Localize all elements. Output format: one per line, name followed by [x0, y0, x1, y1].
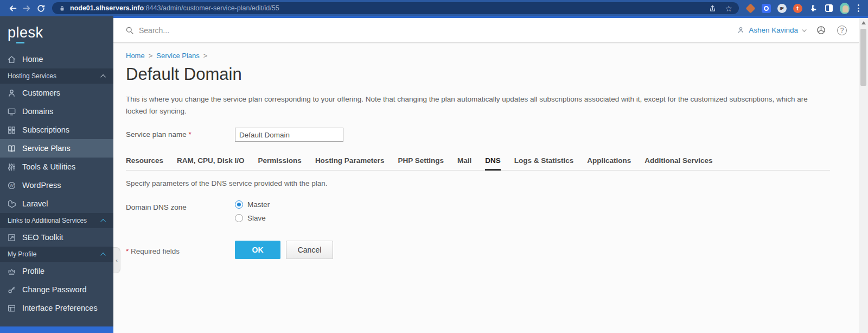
service-plans-icon — [7, 144, 16, 153]
help-icon[interactable]: ? — [837, 26, 847, 35]
browser-forward-button[interactable] — [20, 1, 34, 15]
sidebar-item-interface-preferences[interactable]: Interface Preferences — [0, 299, 113, 317]
tab-additional-services[interactable]: Additional Services — [644, 156, 712, 170]
user-icon — [737, 26, 745, 34]
plan-name-input[interactable] — [235, 128, 343, 142]
key-icon — [7, 285, 16, 294]
sidebar-item-subscriptions[interactable]: Subscriptions — [0, 121, 113, 139]
tools-utilities-icon — [7, 162, 16, 172]
browser-profile-avatar[interactable] — [840, 3, 850, 13]
address-bar[interactable]: node01.slhservers.info:8443/admin/custom… — [52, 2, 739, 14]
radio-unselected-icon[interactable] — [235, 214, 243, 222]
sidebar-item-laravel[interactable]: Laravel — [0, 194, 113, 213]
tab-ram-cpu-disk[interactable]: RAM, CPU, Disk I/O — [177, 156, 245, 170]
sidebar-section-hosting-services[interactable]: Hosting Services — [0, 68, 113, 84]
page-title: Default Domain — [126, 65, 830, 84]
dns-zone-radio-group: Master Slave — [235, 200, 270, 228]
breadcrumb: Home > Service Plans > — [126, 52, 830, 60]
extension-t-icon[interactable]: t — [793, 3, 802, 13]
tab-resources[interactable]: Resources — [126, 156, 163, 170]
chevron-up-icon — [100, 218, 106, 224]
required-asterisk: * — [189, 130, 192, 139]
sidebar-item-change-password[interactable]: Change Password — [0, 280, 113, 299]
topbar: Ashen Kavinda ? — [113, 18, 859, 43]
tab-bar: Resources RAM, CPU, Disk I/O Permissions… — [126, 156, 830, 171]
home-icon — [7, 55, 16, 64]
search-icon — [125, 26, 134, 35]
page-description: This is where you change the service pla… — [126, 93, 830, 117]
domains-icon — [7, 107, 16, 116]
required-asterisk: * — [126, 247, 129, 255]
sidebar-item-customers[interactable]: Customers — [0, 84, 113, 102]
lock-icon — [59, 5, 66, 12]
sidebar-item-tools-utilities[interactable]: Tools & Utilities — [0, 158, 113, 176]
tab-dns[interactable]: DNS — [485, 156, 501, 170]
forward-arrow-icon — [22, 4, 31, 13]
breadcrumb-separator: > — [203, 52, 208, 60]
ok-button[interactable]: OK — [235, 241, 280, 259]
extension-ip-lookup-icon[interactable]: IP — [777, 3, 787, 13]
sidebar-item-home[interactable]: Home — [0, 50, 113, 68]
chevron-up-icon — [100, 252, 106, 257]
tab-php-settings[interactable]: PHP Settings — [398, 156, 444, 170]
tab-hosting-parameters[interactable]: Hosting Parameters — [315, 156, 385, 170]
seo-toolkit-icon — [7, 233, 16, 242]
plesk-logo[interactable]: plesk — [0, 16, 113, 50]
radio-option-slave[interactable]: Slave — [235, 214, 270, 222]
tab-mail[interactable]: Mail — [457, 156, 471, 170]
page-scrollbar[interactable] — [859, 18, 868, 333]
scrollbar-up-arrow[interactable] — [861, 21, 866, 24]
page-body: Home > Service Plans > Default Domain Th… — [113, 43, 859, 333]
breadcrumb-service-plans-link[interactable]: Service Plans — [156, 52, 199, 60]
customers-icon — [7, 89, 16, 98]
breadcrumb-separator: > — [149, 52, 153, 60]
reload-icon — [36, 4, 46, 13]
side-panel-icon[interactable] — [824, 3, 834, 13]
required-fields-note: * Required fields — [126, 244, 235, 255]
sidebar-item-seo-toolkit[interactable]: SEO Toolkit — [0, 228, 113, 247]
sidebar-collapse-handle[interactable]: ‹ — [113, 247, 120, 273]
subscriptions-icon — [7, 125, 16, 135]
bookmark-star-icon[interactable]: ☆ — [725, 4, 732, 12]
share-icon[interactable] — [709, 4, 717, 12]
tab-permissions[interactable]: Permissions — [258, 156, 302, 170]
extensions-ball-icon[interactable] — [816, 25, 826, 35]
cancel-button[interactable]: Cancel — [286, 241, 333, 259]
interface-preferences-icon — [7, 304, 16, 313]
radio-selected-icon[interactable] — [235, 200, 243, 209]
chevron-up-icon — [100, 74, 106, 79]
browser-menu-button[interactable] — [856, 4, 861, 12]
user-name: Ashen Kavinda — [749, 26, 798, 34]
sidebar-item-wordpress[interactable]: W WordPress — [0, 176, 113, 194]
avatar — [840, 3, 850, 14]
extension-diamond-icon[interactable] — [745, 3, 755, 13]
extension-ring-icon[interactable] — [761, 3, 771, 13]
radio-option-master[interactable]: Master — [235, 200, 270, 209]
profile-crown-icon — [7, 267, 16, 276]
extensions-puzzle-icon[interactable] — [808, 3, 818, 13]
browser-extensions-area: IP t — [744, 3, 863, 13]
dns-tab-description: Specify parameters of the DNS service pr… — [126, 179, 830, 187]
url-text: node01.slhservers.info:8443/admin/custom… — [70, 4, 279, 12]
laravel-icon — [7, 199, 16, 209]
tab-logs-statistics[interactable]: Logs & Statistics — [514, 156, 574, 170]
scrollbar-thumb[interactable] — [860, 29, 866, 86]
sidebar-item-service-plans[interactable]: Service Plans — [0, 139, 113, 158]
sidebar-item-profile[interactable]: Profile — [0, 262, 113, 280]
browser-reload-button[interactable] — [34, 1, 48, 15]
sidebar-section-my-profile[interactable]: My Profile — [0, 247, 113, 262]
sidebar-bottom-strip — [0, 326, 113, 333]
chevron-down-icon — [802, 27, 806, 32]
search-box[interactable] — [125, 26, 312, 35]
url-path: :8443/admin/customer-service-plan/edit/i… — [144, 4, 279, 12]
back-arrow-icon — [8, 4, 17, 13]
sidebar-section-links-additional-services[interactable]: Links to Additional Services — [0, 213, 113, 228]
sidebar-item-domains[interactable]: Domains — [0, 102, 113, 121]
sidebar: plesk Home Hosting Services Customers Do… — [0, 16, 113, 333]
svg-text:W: W — [10, 183, 14, 188]
tab-applications[interactable]: Applications — [587, 156, 631, 170]
user-menu[interactable]: Ashen Kavinda — [737, 26, 805, 34]
browser-back-button[interactable] — [5, 1, 20, 15]
breadcrumb-home-link[interactable]: Home — [126, 52, 145, 60]
search-input[interactable] — [139, 26, 312, 35]
